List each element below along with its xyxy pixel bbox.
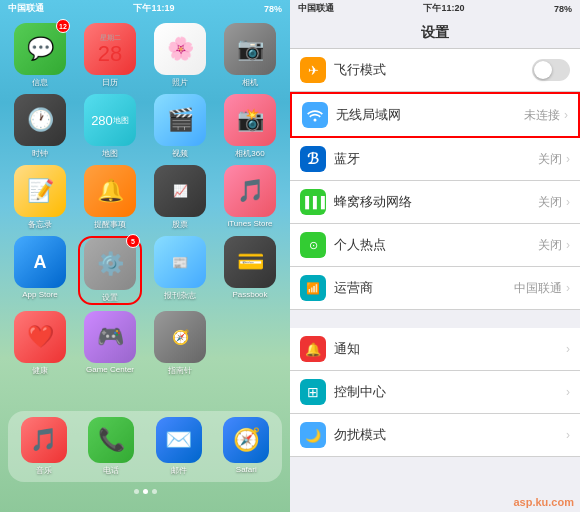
- cellular-value: 关闭: [538, 194, 562, 211]
- dock-mail[interactable]: ✉️ 邮件: [147, 417, 211, 476]
- dot-1: [134, 489, 139, 494]
- app-icon-gamecenter[interactable]: 🎮 Game Center: [78, 311, 142, 376]
- control-center-chevron: ›: [566, 385, 570, 399]
- settings-row-notifications[interactable]: 🔔 通知 ›: [290, 328, 580, 371]
- carrier-chevron: ›: [566, 281, 570, 295]
- app-icon-compass[interactable]: 🧭 指南针: [148, 311, 212, 376]
- app-icon-camera360[interactable]: 📸 相机360: [218, 94, 282, 159]
- app-icon-newsstand[interactable]: 📰 报刊杂志: [148, 236, 212, 305]
- settings-row-airplane[interactable]: ✈ 飞行模式: [290, 49, 580, 92]
- dock-safari[interactable]: 🧭 Safari: [215, 417, 279, 476]
- settings-row-carrier[interactable]: 📶 运营商 中国联通 ›: [290, 267, 580, 310]
- time-right: 下午11:20: [423, 2, 464, 15]
- app-icon-calendar[interactable]: 星期二 28 日历: [78, 23, 142, 88]
- dock-phone[interactable]: 📞 电话: [80, 417, 144, 476]
- hotspot-value: 关闭: [538, 237, 562, 254]
- dot-2: [143, 489, 148, 494]
- app-icon-reminders[interactable]: 🔔 提醒事项: [78, 165, 142, 230]
- cellular-label: 蜂窝移动网络: [334, 193, 538, 211]
- dot-3: [152, 489, 157, 494]
- app-icon-video[interactable]: 🎬 视频: [148, 94, 212, 159]
- hotspot-chevron: ›: [566, 238, 570, 252]
- wifi-icon: [302, 102, 328, 128]
- notifications-icon: 🔔: [300, 336, 326, 362]
- settings-section-2: 🔔 通知 › ⊞ 控制中心 › 🌙 勿扰模式 ›: [290, 328, 580, 457]
- battery-left: 78%: [264, 4, 282, 14]
- page-dots: [0, 489, 290, 494]
- section-gap: [290, 310, 580, 328]
- settings-row-cellular[interactable]: ▐▐▐ 蜂窝移动网络 关闭 ›: [290, 181, 580, 224]
- bluetooth-label: 蓝牙: [334, 150, 538, 168]
- app-icon-stocks[interactable]: 📈 股票: [148, 165, 212, 230]
- control-center-icon: ⊞: [300, 379, 326, 405]
- app-icon-messages[interactable]: 💬12 信息: [8, 23, 72, 88]
- dock-music[interactable]: 🎵 音乐: [12, 417, 76, 476]
- do-not-disturb-icon: 🌙: [300, 422, 326, 448]
- notifications-chevron: ›: [566, 342, 570, 356]
- app-icon-settings[interactable]: ⚙️5 设置: [78, 236, 142, 305]
- app-icon-maps[interactable]: 280地图 地图: [78, 94, 142, 159]
- wifi-value: 未连接: [524, 107, 560, 124]
- carrier-icon: 📶: [300, 275, 326, 301]
- left-panel: 中国联通 下午11:19 78% 💬12 信息 星期二 28 日历 🌸 照片 📷…: [0, 0, 290, 512]
- dock: 🎵 音乐 📞 电话 ✉️ 邮件 🧭 Safari: [8, 411, 282, 482]
- time-left: 下午11:19: [133, 2, 174, 15]
- carrier-label: 运营商: [334, 279, 514, 297]
- app-icon-passbook[interactable]: 💳 Passbook: [218, 236, 282, 305]
- cellular-icon: ▐▐▐: [300, 189, 326, 215]
- settings-row-do-not-disturb[interactable]: 🌙 勿扰模式 ›: [290, 414, 580, 457]
- status-bar-right: 中国联通 下午11:20 78%: [290, 0, 580, 17]
- cellular-chevron: ›: [566, 195, 570, 209]
- airplane-toggle[interactable]: [532, 59, 570, 81]
- do-not-disturb-chevron: ›: [566, 428, 570, 442]
- status-bar-left: 中国联通 下午11:19 78%: [0, 0, 290, 17]
- watermark: asp.ku.com: [513, 496, 574, 508]
- app-icon-appstore[interactable]: A App Store: [8, 236, 72, 305]
- do-not-disturb-label: 勿扰模式: [334, 426, 566, 444]
- airplane-icon: ✈: [300, 57, 326, 83]
- carrier-right: 中国联通: [298, 2, 334, 15]
- carrier-left: 中国联通: [8, 2, 44, 15]
- settings-list: ✈ 飞行模式 无线局域网 未连接 › ℬ 蓝牙 关闭: [290, 49, 580, 457]
- bluetooth-icon: ℬ: [300, 146, 326, 172]
- airplane-label: 飞行模式: [334, 61, 532, 79]
- bluetooth-chevron: ›: [566, 152, 570, 166]
- app-icon-camera[interactable]: 📷 相机: [218, 23, 282, 88]
- bluetooth-value: 关闭: [538, 151, 562, 168]
- settings-nav-bar: 设置: [290, 17, 580, 49]
- notifications-label: 通知: [334, 340, 566, 358]
- app-icon-notes[interactable]: 📝 备忘录: [8, 165, 72, 230]
- settings-row-hotspot[interactable]: ⊙ 个人热点 关闭 ›: [290, 224, 580, 267]
- wifi-label: 无线局域网: [336, 106, 524, 124]
- settings-row-bluetooth[interactable]: ℬ 蓝牙 关闭 ›: [290, 138, 580, 181]
- settings-row-control-center[interactable]: ⊞ 控制中心 ›: [290, 371, 580, 414]
- hotspot-icon: ⊙: [300, 232, 326, 258]
- settings-section-1: ✈ 飞行模式 无线局域网 未连接 › ℬ 蓝牙 关闭: [290, 49, 580, 310]
- app-icon-clock[interactable]: 🕐 时钟: [8, 94, 72, 159]
- settings-row-wifi[interactable]: 无线局域网 未连接 ›: [290, 92, 580, 138]
- app-icon-itunes[interactable]: 🎵 iTunes Store: [218, 165, 282, 230]
- app-icon-photos[interactable]: 🌸 照片: [148, 23, 212, 88]
- right-panel: 中国联通 下午11:20 78% 设置 ✈ 飞行模式 无线局域: [290, 0, 580, 512]
- app-icon-health[interactable]: ❤️ 健康: [8, 311, 72, 376]
- hotspot-label: 个人热点: [334, 236, 538, 254]
- carrier-value: 中国联通: [514, 280, 562, 297]
- settings-title: 设置: [421, 24, 449, 40]
- control-center-label: 控制中心: [334, 383, 566, 401]
- battery-right: 78%: [554, 4, 572, 14]
- wifi-chevron: ›: [564, 108, 568, 122]
- home-icon-grid: 💬12 信息 星期二 28 日历 🌸 照片 📷 相机 🕐 时钟 280地图 地图: [0, 19, 290, 380]
